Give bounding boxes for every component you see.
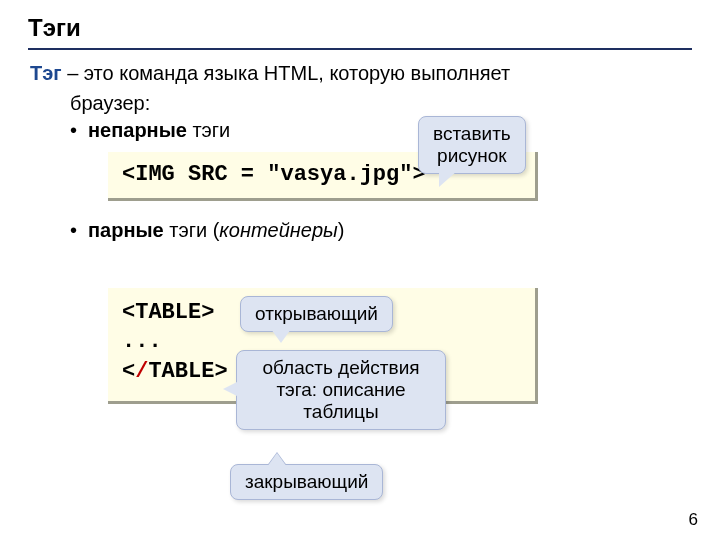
bullet-paired-bold: парные bbox=[88, 219, 164, 241]
definition-line2: браузер: bbox=[28, 92, 692, 115]
callout-tail-icon bbox=[271, 329, 291, 343]
slide-title: Тэги bbox=[28, 14, 692, 50]
callout-tail-icon bbox=[267, 453, 287, 467]
callout-insert-image-l1: вставить bbox=[433, 123, 511, 145]
bullet-paired-rest: тэги ( bbox=[164, 219, 220, 241]
bullet-paired: •парные тэги (контейнеры) bbox=[28, 219, 692, 242]
callout-tail-icon bbox=[223, 381, 239, 397]
callout-scope-l1: область действия bbox=[251, 357, 431, 379]
bullet-nonpaired: •непарные тэги bbox=[28, 119, 692, 142]
callout-closing: закрывающий bbox=[230, 464, 383, 500]
callout-tail-icon bbox=[439, 171, 457, 187]
bullet-nonpaired-bold: непарные bbox=[88, 119, 187, 141]
callout-opening-text: открывающий bbox=[255, 303, 378, 324]
callout-insert-image: вставить рисунок bbox=[418, 116, 526, 174]
callout-insert-image-l2: рисунок bbox=[433, 145, 511, 167]
bullet-paired-italic: контейнеры bbox=[219, 219, 337, 241]
bullet-paired-close: ) bbox=[338, 219, 345, 241]
page-number: 6 bbox=[689, 510, 698, 530]
bullet-nonpaired-rest: тэги bbox=[187, 119, 230, 141]
callout-closing-text: закрывающий bbox=[245, 471, 368, 492]
definition-line1: Тэг – это команда языка HTML, которую вы… bbox=[28, 60, 692, 86]
bullet-dot-icon: • bbox=[70, 219, 88, 242]
callout-scope-l3: таблицы bbox=[251, 401, 431, 423]
callout-scope-l2: тэга: описание bbox=[251, 379, 431, 401]
term-word: Тэг bbox=[30, 62, 62, 84]
callout-opening: открывающий bbox=[240, 296, 393, 332]
bullet-dot-icon: • bbox=[70, 119, 88, 142]
callout-scope: область действия тэга: описание таблицы bbox=[236, 350, 446, 430]
definition-rest1: – это команда языка HTML, которую выполн… bbox=[62, 62, 511, 84]
code-slash: / bbox=[135, 359, 148, 384]
